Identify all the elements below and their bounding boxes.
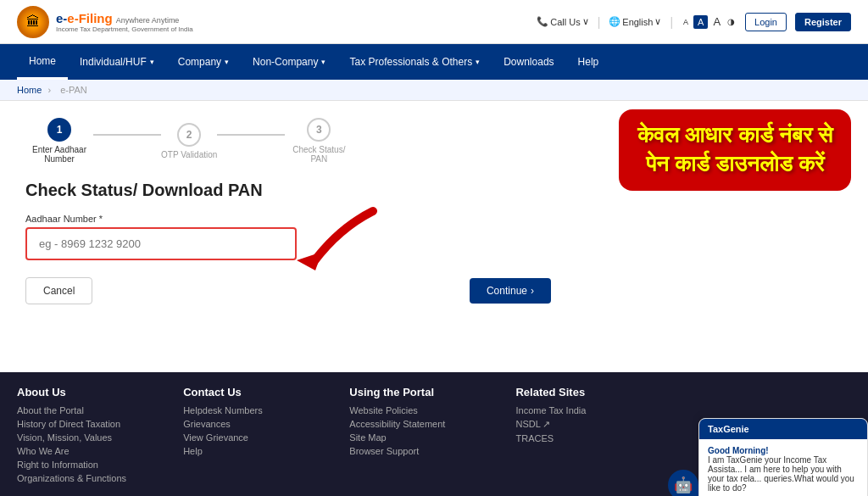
nav-noncompany[interactable]: Non-Company ▾ [241, 44, 337, 80]
nav-taxprofessionals[interactable]: Tax Professionals & Others ▾ [337, 44, 492, 80]
footer-link-accessibility[interactable]: Accessibility Statement [349, 419, 490, 429]
step-2-circle: 2 [177, 123, 201, 147]
nav-individual-arrow: ▾ [150, 58, 154, 66]
main-content: 1 Enter Aadhaar Number 2 OTP Validation … [0, 101, 868, 372]
logo-area: 🏛 e-e-Filing Anywhere Anytime Income Tax… [17, 6, 193, 38]
footer-section: About Us About the Portal History of Dir… [0, 372, 868, 496]
footer-link-nsdl[interactable]: NSDL ↗ [515, 419, 656, 430]
nav-downloads[interactable]: Downloads [492, 44, 565, 80]
font-large-btn[interactable]: A [711, 14, 722, 30]
continue-button[interactable]: Continue › [470, 278, 551, 304]
chat-name: Good Morning! [708, 446, 859, 455]
footer-col-portal-title: Using the Portal [349, 386, 490, 398]
nav-help[interactable]: Help [566, 44, 611, 80]
footer-link-rti[interactable]: Right to Information [17, 460, 158, 470]
footer-link-who[interactable]: Who We Are [17, 446, 158, 456]
nav-company[interactable]: Company ▾ [166, 44, 241, 80]
nav-home[interactable]: Home [17, 44, 68, 80]
hindi-banner: केवल आधार कार्ड नंबर से पेन कार्ड डाउनलो… [619, 109, 851, 191]
footer-link-history[interactable]: History of Direct Taxation [17, 419, 158, 429]
step-line-2 [217, 134, 285, 136]
separator1: | [598, 15, 601, 29]
font-controls: A A A ◑ [682, 14, 737, 30]
header: 🏛 e-e-Filing Anywhere Anytime Income Tax… [0, 0, 868, 44]
chat-message: I am TaxGenie your Income Tax Assista...… [708, 455, 859, 493]
step-2: 2 OTP Validation [161, 123, 217, 159]
step-1-circle: 1 [47, 118, 71, 142]
footer-link-traces[interactable]: TRACES [515, 433, 656, 443]
footer-link-grievances[interactable]: Grievances [183, 419, 324, 429]
font-medium-btn[interactable]: A [693, 15, 708, 29]
theme-toggle-btn[interactable]: ◑ [726, 15, 737, 28]
nav-company-arrow: ▾ [225, 58, 229, 66]
footer-link-vision[interactable]: Vision, Mission, Values [17, 432, 158, 443]
separator2: | [670, 15, 673, 29]
chat-header: TaxGenie [699, 419, 867, 439]
footer-col-portal: Using the Portal Website Policies Access… [349, 386, 490, 487]
aadhaar-form-group: Aadhaar Number * [25, 214, 843, 260]
footer-link-help[interactable]: Help [183, 446, 324, 456]
form-actions: Cancel Continue › [25, 277, 551, 304]
footer-link-incometax[interactable]: Income Tax India [515, 405, 656, 415]
step-line-1 [93, 134, 161, 136]
breadcrumb: Home › e-PAN [0, 80, 868, 101]
footer-col-about: About Us About the Portal History of Dir… [17, 386, 158, 487]
footer-col-contact-title: Contact Us [183, 386, 324, 398]
chat-widget[interactable]: TaxGenie Good Morning! I am TaxGenie you… [698, 418, 868, 496]
aadhaar-label: Aadhaar Number * [25, 214, 843, 224]
breadcrumb-separator: › [47, 85, 51, 95]
step-3: 3 Check Status/ PAN [285, 118, 353, 164]
footer-link-policies[interactable]: Website Policies [349, 405, 490, 415]
step-1: 1 Enter Aadhaar Number [25, 118, 93, 164]
cancel-button[interactable]: Cancel [25, 277, 92, 304]
step-3-circle: 3 [307, 118, 331, 142]
footer-link-about-portal[interactable]: About the Portal [17, 405, 158, 415]
hindi-banner-text: केवल आधार कार्ड नंबर से पेन कार्ड डाउनलो… [637, 121, 832, 179]
call-us-link[interactable]: 📞 Call Us ∨ [537, 16, 588, 27]
nav-individual[interactable]: Individual/HUF ▾ [68, 44, 166, 80]
footer-col-related-title: Related Sites [515, 386, 656, 398]
footer-link-sitemap[interactable]: Site Map [349, 432, 490, 443]
footer-col-about-title: About Us [17, 386, 158, 398]
chat-avatar[interactable]: 🤖 [668, 470, 698, 496]
header-right: 📞 Call Us ∨ | 🌐 English ∨ | A A A ◑ Logi… [537, 13, 851, 31]
logo-subtitle: Income Tax Department, Government of Ind… [56, 25, 193, 33]
font-small-btn[interactable]: A [682, 16, 690, 28]
language-link[interactable]: 🌐 English ∨ [609, 16, 661, 27]
footer-link-browser[interactable]: Browser Support [349, 446, 490, 456]
register-button[interactable]: Register [795, 13, 851, 31]
nav-taxprofessionals-arrow: ▾ [476, 58, 480, 66]
nav-noncompany-arrow: ▾ [321, 58, 326, 66]
footer-col-contact: Contact Us Helpdesk Numbers Grievances V… [183, 386, 324, 487]
logo-text: e-e-Filing Anywhere Anytime Income Tax D… [56, 11, 193, 33]
step-1-label: Enter Aadhaar Number [25, 145, 93, 164]
breadcrumb-current: e-PAN [60, 85, 87, 95]
navbar: Home Individual/HUF ▾ Company ▾ Non-Comp… [0, 44, 868, 80]
logo-title: e-e-Filing Anywhere Anytime [56, 11, 193, 25]
chat-body: Good Morning! I am TaxGenie your Income … [699, 439, 867, 496]
step-2-label: OTP Validation [161, 150, 217, 159]
step-3-label: Check Status/ PAN [285, 145, 353, 164]
footer-link-helpdesk[interactable]: Helpdesk Numbers [183, 405, 324, 415]
logo-emblem: 🏛 [17, 6, 49, 38]
footer-link-view-grievance[interactable]: View Grievance [183, 432, 324, 443]
footer-link-org[interactable]: Organizations & Functions [17, 473, 158, 483]
breadcrumb-home[interactable]: Home [17, 85, 42, 95]
footer-col-related: Related Sites Income Tax India NSDL ↗ TR… [515, 386, 656, 487]
login-button[interactable]: Login [745, 13, 787, 31]
aadhaar-input[interactable] [25, 227, 297, 260]
